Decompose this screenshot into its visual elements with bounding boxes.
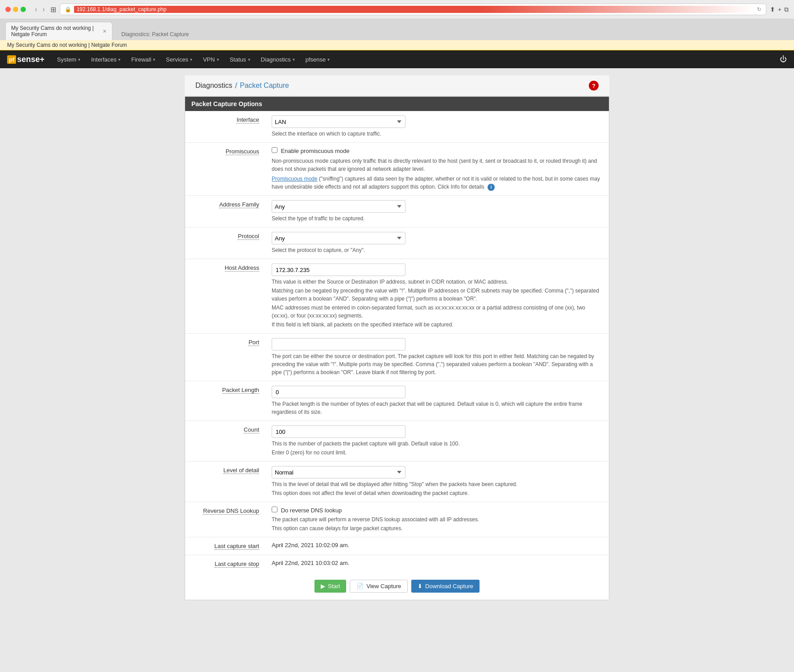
nav-item-diagnostics[interactable]: Diagnostics ▾ xyxy=(256,50,300,68)
traffic-lights xyxy=(5,7,26,12)
protocol-label: Protocol xyxy=(238,233,259,240)
host-address-help1: This value is either the Source or Desti… xyxy=(272,278,603,286)
reverse-dns-help2: This option can cause delays for large p… xyxy=(272,524,603,532)
reverse-dns-help1: The packet capture will perform a revers… xyxy=(272,515,603,524)
power-icon[interactable]: ⏻ xyxy=(780,55,787,63)
view-capture-label: View Capture xyxy=(366,583,401,590)
promiscuous-content-cell: Enable promiscuous mode Non-promiscuous … xyxy=(265,143,609,196)
promiscuous-mode-link[interactable]: Promiscuous mode xyxy=(272,176,318,182)
lock-icon: 🔒 xyxy=(65,6,71,12)
nav-item-services[interactable]: Services ▾ xyxy=(161,50,198,68)
share-icon[interactable]: ⬆ xyxy=(770,6,775,13)
tab-close-button[interactable]: ✕ xyxy=(103,29,107,34)
last-capture-stop-label-cell: Last capture stop xyxy=(185,555,265,573)
reload-icon[interactable]: ↻ xyxy=(757,6,761,12)
view-capture-button[interactable]: 📄 View Capture xyxy=(350,580,408,593)
last-capture-start-value: April 22nd, 2021 10:02:09 am. xyxy=(272,542,349,548)
help-icon[interactable]: ? xyxy=(589,81,599,91)
reverse-dns-label: Reverse DNS Lookup xyxy=(203,507,259,515)
maximize-button[interactable] xyxy=(21,7,26,12)
browser-chrome: ‹ › ⊞ 🔒 192.168.1.1/diag_packet_capture.… xyxy=(0,0,794,19)
nav-item-interfaces[interactable]: Interfaces ▾ xyxy=(86,50,126,68)
nav-firewall-chevron: ▾ xyxy=(153,57,155,62)
interface-select[interactable]: LAN WAN OPT1 xyxy=(272,115,405,128)
interface-label: Interface xyxy=(236,116,259,124)
form-table: Interface LAN WAN OPT1 Select the interf… xyxy=(185,111,609,573)
packet-length-label: Packet Length xyxy=(222,387,259,394)
nav-item-status[interactable]: Status ▾ xyxy=(224,50,256,68)
breadcrumb-area: Diagnostics / Packet Capture ? xyxy=(185,75,609,96)
protocol-row: Protocol Any TCP UDP ICMP Select the pro… xyxy=(185,227,609,259)
logo-text: sense+ xyxy=(17,55,45,64)
reverse-dns-checkbox-label: Do reverse DNS lookup xyxy=(272,507,342,514)
port-content-cell: The port can be either the source or des… xyxy=(265,334,609,381)
nav-item-pfsense[interactable]: pfsense ▾ xyxy=(300,50,335,68)
breadcrumb-separator: / xyxy=(235,81,237,91)
tab-bar-right-text: Diagnostics: Packet Capture xyxy=(118,31,192,37)
interface-content-cell: LAN WAN OPT1 Select the interface on whi… xyxy=(265,111,609,143)
reverse-dns-checkbox[interactable] xyxy=(272,507,277,512)
download-capture-label: Download Capture xyxy=(425,583,473,590)
panel-header: Packet Capture Options xyxy=(185,97,609,111)
port-input[interactable] xyxy=(272,338,405,350)
host-address-help3: MAC addresses must be entered in colon-s… xyxy=(272,304,603,320)
nav-item-firewall[interactable]: Firewall ▾ xyxy=(126,50,161,68)
nav-diagnostics-chevron: ▾ xyxy=(293,57,295,62)
nav-firewall-label: Firewall xyxy=(131,56,151,63)
nav-right: ⏻ xyxy=(780,55,787,63)
nav-services-chevron: ▾ xyxy=(190,57,192,62)
close-button[interactable] xyxy=(5,7,11,12)
nav-interfaces-chevron: ▾ xyxy=(118,57,120,62)
nav-pfsense-label: pfsense xyxy=(306,56,326,63)
promiscuous-checkbox[interactable] xyxy=(272,147,277,153)
nav-item-system[interactable]: System ▾ xyxy=(52,50,86,68)
packet-length-content-cell: The Packet length is the number of bytes… xyxy=(265,381,609,421)
browser-tab[interactable]: My Security Cams do not working | Netgat… xyxy=(5,22,112,40)
level-of-detail-select[interactable]: Normal Medium High Full xyxy=(272,466,405,478)
button-row: ▶ Start 📄 View Capture ⬇ Download Captur… xyxy=(185,573,609,600)
address-family-content-cell: Any IPv4 IPv6 Select the type of traffic… xyxy=(265,196,609,227)
level-of-detail-label-cell: Level of detail xyxy=(185,462,265,502)
tabs-icon[interactable]: ⧉ xyxy=(784,6,789,13)
back-button[interactable]: ‹ xyxy=(33,4,39,14)
host-address-input[interactable] xyxy=(272,264,405,276)
nav-system-chevron: ▾ xyxy=(78,57,80,62)
pfsense-navbar: pf sense+ System ▾ Interfaces ▾ Firewall… xyxy=(0,50,794,68)
address-family-row: Address Family Any IPv4 IPv6 Select the … xyxy=(185,196,609,227)
packet-length-input[interactable] xyxy=(272,386,405,398)
breadcrumb-parent[interactable]: Diagnostics xyxy=(195,82,232,90)
packet-length-label-cell: Packet Length xyxy=(185,381,265,421)
promiscuous-help2: Promiscuous mode ("sniffing") captures a… xyxy=(272,175,603,191)
address-bar-wrap: 🔒 192.168.1.1/diag_packet_capture.php ↻ xyxy=(60,4,766,15)
forward-button[interactable]: › xyxy=(41,4,46,14)
last-capture-stop-value: April 22nd, 2021 10:03:02 am. xyxy=(272,560,349,566)
download-capture-button[interactable]: ⬇ Download Capture xyxy=(411,580,480,593)
last-capture-start-label: Last capture start xyxy=(215,543,259,550)
address-family-select[interactable]: Any IPv4 IPv6 xyxy=(272,200,405,213)
play-icon: ▶ xyxy=(321,583,325,590)
protocol-help: Select the protocol to capture, or "Any"… xyxy=(272,246,603,254)
nav-vpn-chevron: ▾ xyxy=(217,57,219,62)
protocol-select[interactable]: Any TCP UDP ICMP xyxy=(272,232,405,244)
breadcrumb: Diagnostics / Packet Capture xyxy=(195,81,289,91)
reverse-dns-row: Reverse DNS Lookup Do reverse DNS lookup… xyxy=(185,502,609,537)
packet-capture-panel: Packet Capture Options Interface LAN WAN… xyxy=(185,96,609,600)
promiscuous-info-icon[interactable]: i xyxy=(488,184,495,191)
nav-item-vpn[interactable]: VPN ▾ xyxy=(198,50,224,68)
last-capture-stop-label: Last capture stop xyxy=(215,561,259,568)
count-help2: Enter 0 (zero) for no count limit. xyxy=(272,449,603,457)
minimize-button[interactable] xyxy=(13,7,18,12)
packet-length-row: Packet Length The Packet length is the n… xyxy=(185,381,609,421)
address-bar[interactable]: 🔒 192.168.1.1/diag_packet_capture.php ↻ xyxy=(60,4,766,15)
add-tab-icon[interactable]: + xyxy=(778,6,782,13)
reverse-dns-content-cell: Do reverse DNS lookup The packet capture… xyxy=(265,502,609,537)
nav-pfsense-chevron: ▾ xyxy=(327,57,330,62)
start-button[interactable]: ▶ Start xyxy=(314,580,346,593)
port-row: Port The port can be either the source o… xyxy=(185,334,609,381)
count-input[interactable] xyxy=(272,425,405,438)
count-label: Count xyxy=(244,426,259,433)
nav-diagnostics-label: Diagnostics xyxy=(261,56,291,63)
sidebar-button[interactable]: ⊞ xyxy=(50,5,56,14)
last-capture-start-label-cell: Last capture start xyxy=(185,537,265,555)
nav-buttons: ‹ › xyxy=(33,4,47,14)
